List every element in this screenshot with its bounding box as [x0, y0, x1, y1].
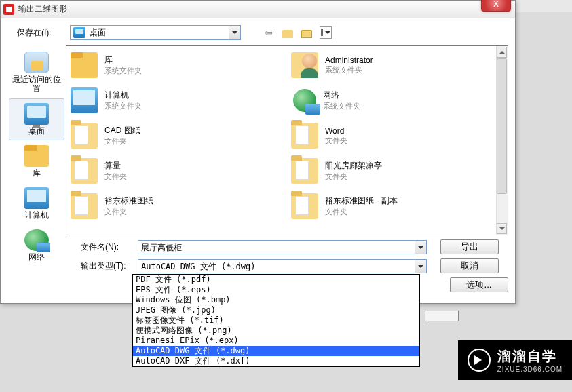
computer-icon [24, 187, 49, 209]
dropdown-option[interactable]: JPEG 图像 (*.jpg) [133, 305, 419, 315]
sidebar-item-desktop[interactable]: 桌面 [9, 98, 64, 140]
folder-icon[interactable] [282, 26, 294, 39]
file-name: 裕东标准图纸 - 副本 [325, 195, 398, 207]
sidebar-item-label: 网络 [11, 252, 62, 262]
file-info: Word文件夹 [325, 126, 347, 146]
desktop-icon [24, 103, 49, 125]
recent-places-icon [24, 52, 49, 73]
new-folder-icon[interactable] [301, 26, 313, 39]
file-type: 系统文件夹 [104, 66, 142, 76]
watermark: 溜溜自学 ZIXUE.3D66.COM [458, 340, 572, 380]
file-name: Administrator [325, 56, 373, 65]
sidebar-item-libraries[interactable]: 库 [9, 140, 64, 182]
close-button[interactable]: X [481, 0, 511, 12]
toolbar-icons [263, 26, 332, 39]
file-info: 库系统文件夹 [104, 54, 142, 76]
file-info: 裕东标准图纸 - 副本文件夹 [325, 195, 398, 217]
save-dialog: 输出二维图形 X 保存在(I): 桌面 最近访问的位置 [0, 0, 516, 304]
file-name: CAD 图纸 [104, 125, 140, 136]
sidebar-item-label: 计算机 [11, 210, 62, 220]
file-name: 裕东标准图纸 [104, 195, 153, 207]
location-row: 保存在(I): 桌面 [7, 22, 508, 45]
file-name: 网络 [323, 90, 360, 101]
location-combo[interactable]: 桌面 [70, 25, 241, 40]
folder-icon [291, 158, 318, 184]
file-item[interactable]: 裕东标准图纸 - 副本文件夹 [291, 191, 503, 221]
chevron-down-icon[interactable] [415, 260, 426, 273]
file-info: Administrator系统文件夹 [325, 56, 373, 75]
file-name: 计算机 [104, 90, 142, 101]
file-name: 阳光房廊架凉亭 [325, 160, 382, 172]
options-button[interactable]: 选项... [450, 277, 508, 292]
view-options-icon[interactable] [320, 26, 332, 39]
watermark-text: 溜溜自学 ZIXUE.3D66.COM [497, 347, 563, 373]
dialog-body: 保存在(I): 桌面 最近访问的位置 桌面 [1, 18, 515, 303]
filename-input[interactable]: 展厅高低柜 [138, 240, 427, 254]
file-type: 文件夹 [325, 172, 382, 182]
chevron-down-icon[interactable] [415, 241, 426, 254]
file-info: 阳光房廊架凉亭文件夹 [325, 160, 382, 182]
file-type: 系统文件夹 [323, 101, 360, 111]
scroll-down-button[interactable] [497, 223, 507, 234]
file-area: 库系统文件夹Administrator系统文件夹计算机系统文件夹网络系统文件夹C… [66, 45, 508, 296]
sidebar-item-label: 最近访问的位置 [11, 75, 62, 94]
dropdown-option[interactable]: AutoCAD DWG 文件 (*.dwg) [133, 346, 419, 356]
file-item[interactable]: 阳光房廊架凉亭文件夹 [291, 156, 503, 186]
cancel-button[interactable]: 取消 [440, 258, 499, 273]
dropdown-option[interactable]: EPS 文件 (*.eps) [133, 285, 419, 295]
file-info: 网络系统文件夹 [323, 90, 360, 111]
dropdown-option[interactable]: Windows 位图 (*.bmp) [133, 295, 419, 305]
file-item[interactable]: 网络系统文件夹 [291, 85, 503, 115]
dropdown-option[interactable]: 便携式网络图像 (*.png) [133, 326, 419, 336]
file-type: 文件夹 [325, 207, 398, 217]
file-type: 文件夹 [104, 136, 140, 146]
filename-label: 文件名(N): [81, 241, 134, 253]
folder-icon [71, 52, 98, 78]
scrollbar-track[interactable] [496, 46, 508, 235]
file-info: 计算机系统文件夹 [104, 90, 142, 111]
folder-icon [71, 87, 98, 113]
back-icon[interactable] [263, 26, 275, 39]
file-item[interactable]: 裕东标准图纸文件夹 [71, 191, 283, 221]
sidebar-item-recent[interactable]: 最近访问的位置 [9, 47, 64, 98]
folder-icon [71, 158, 98, 184]
file-name: 算量 [104, 160, 127, 172]
chevron-down-icon[interactable] [229, 26, 240, 39]
type-dropdown-list[interactable]: PDF 文件 (*.pdf)EPS 文件 (*.eps)Windows 位图 (… [132, 274, 420, 367]
sidebar-item-label: 桌面 [11, 126, 62, 136]
dropdown-option[interactable]: AutoCAD DXF 文件 (*.dxf) [133, 356, 419, 366]
dropdown-option[interactable]: 标签图像文件 (*.tif) [133, 315, 419, 326]
places-sidebar: 最近访问的位置 桌面 库 计算机 网络 [7, 45, 66, 296]
file-list[interactable]: 库系统文件夹Administrator系统文件夹计算机系统文件夹网络系统文件夹C… [66, 45, 508, 235]
desktop-icon [73, 27, 85, 38]
dropdown-option[interactable]: PDF 文件 (*.pdf) [133, 275, 419, 285]
folder-icon [293, 89, 316, 112]
file-item[interactable]: Word文件夹 [291, 121, 503, 151]
file-info: CAD 图纸文件夹 [104, 125, 140, 146]
file-item[interactable]: 计算机系统文件夹 [71, 85, 283, 115]
location-value: 桌面 [88, 27, 229, 39]
play-icon [468, 349, 491, 372]
file-item[interactable]: CAD 图纸文件夹 [71, 121, 283, 151]
file-item[interactable]: Administrator系统文件夹 [291, 50, 503, 80]
save-in-label: 保存在(I): [17, 27, 64, 39]
scroll-thumb[interactable] [497, 58, 507, 194]
dropdown-option[interactable]: Piranesi EPix (*.epx) [133, 336, 419, 346]
type-value: AutoCAD DWG 文件 (*.dwg) [138, 260, 415, 273]
export-button[interactable]: 导出 [440, 239, 499, 254]
titlebar: 输出二维图形 X [1, 1, 515, 18]
scroll-up-button[interactable] [497, 47, 507, 58]
app-icon [3, 4, 14, 15]
file-item[interactable]: 算量文件夹 [71, 156, 283, 186]
type-combo[interactable]: AutoCAD DWG 文件 (*.dwg) [138, 259, 427, 273]
folder-icon [71, 193, 98, 219]
watermark-url: ZIXUE.3D66.COM [497, 366, 563, 373]
file-type: 系统文件夹 [325, 65, 373, 75]
file-name: Word [325, 126, 347, 136]
window-title: 输出二维图形 [18, 3, 67, 15]
file-type: 文件夹 [325, 136, 347, 146]
folder-icon [291, 193, 318, 219]
file-item[interactable]: 库系统文件夹 [71, 50, 283, 80]
sidebar-item-network[interactable]: 网络 [9, 224, 64, 267]
sidebar-item-computer[interactable]: 计算机 [9, 182, 64, 224]
